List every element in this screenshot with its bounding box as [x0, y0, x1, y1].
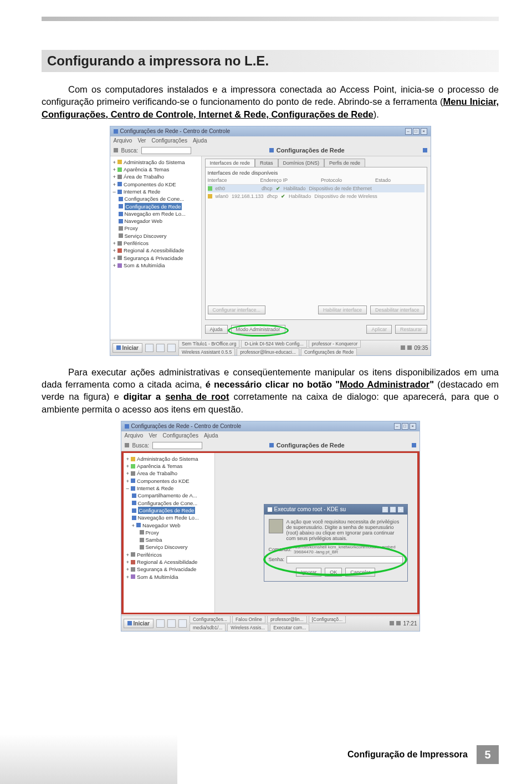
disable-iface-button[interactable]: Desabilitar interface [370, 306, 424, 314]
tree-item-selected[interactable]: Configurações de Rede [112, 203, 200, 210]
tree-item[interactable]: + Administração do Sistema [112, 159, 200, 166]
start-button[interactable]: Iniciar [124, 619, 154, 628]
tree-item[interactable]: + Regional & Acessibilidade [125, 558, 213, 566]
tree-item[interactable]: + Navegador Web [125, 522, 213, 529]
tree-item[interactable]: Navegação em Rede Lo... [112, 210, 200, 217]
info-icon[interactable] [412, 443, 416, 447]
minimize-icon[interactable]: – [405, 128, 412, 135]
close-icon[interactable]: × [397, 506, 404, 513]
tree-item[interactable]: + Componentes do KDE [112, 181, 200, 188]
tray-icon[interactable] [178, 619, 187, 628]
menubar: Arquivo Ver Configurações Ajuda [110, 136, 431, 145]
close-icon[interactable]: × [421, 128, 427, 135]
volume-icon[interactable] [390, 621, 394, 625]
menu-item[interactable]: Ver [137, 138, 146, 144]
task-item[interactable]: Wireless Assistant 0.5.5 [178, 348, 235, 356]
tree-item[interactable]: Configurações de Cone... [112, 195, 200, 202]
interface-row[interactable]: wlan0 192.168.1.133 dhcp ✔ Habilitado Di… [208, 192, 424, 200]
tray-icon[interactable] [167, 619, 176, 628]
tree-item[interactable]: Navegação em Rede Lo... [125, 514, 213, 521]
right-panel: Interfaces de rede Rotas Domínios (DNS) … [202, 156, 431, 339]
tree-item[interactable]: – Internet & Rede [125, 485, 213, 492]
menu-item[interactable]: Ajuda [204, 432, 218, 439]
config-iface-button[interactable]: Configurar interface... [208, 306, 266, 314]
tree-item[interactable]: Configurações de Cone... [125, 500, 213, 507]
task-item[interactable]: Sem Título1 - BrOffice.org [178, 340, 239, 348]
tab-profiles[interactable]: Perfis de rede [324, 159, 365, 167]
enable-iface-button[interactable]: Habilitar interface [318, 306, 367, 314]
tree-item[interactable]: Navegador Web [112, 217, 200, 225]
task-item[interactable]: D-Link DI-524 Web Config... [241, 340, 306, 348]
maximize-icon[interactable]: □ [413, 128, 420, 135]
task-item[interactable]: professor - Konqueror [309, 340, 361, 348]
tree-item[interactable]: + Segurança & Privacidade [125, 566, 213, 573]
tree-item[interactable]: Samba [125, 536, 213, 543]
menu-item[interactable]: Arquivo [114, 138, 132, 144]
search-icon [125, 443, 129, 447]
minimize-icon[interactable]: – [394, 423, 401, 430]
tray-icon[interactable] [156, 619, 165, 628]
tray-icon[interactable] [156, 344, 165, 352]
tree-item[interactable]: Serviço Discovery [125, 543, 213, 551]
tree-item[interactable]: – Internet & Rede [112, 188, 200, 195]
tree-item[interactable]: + Aparência & Temas [112, 166, 200, 173]
tree-item[interactable]: Serviço Discovery [112, 232, 200, 240]
interface-row[interactable]: eth0 dhcp ✔ Habilitado Dispositivo de re… [208, 185, 424, 192]
menu-item[interactable]: Ajuda [193, 138, 207, 144]
tray-icon[interactable] [145, 344, 154, 352]
maximize-icon[interactable]: □ [390, 506, 396, 513]
tree-item[interactable]: Proxy [125, 529, 213, 536]
tab-dns[interactable]: Domínios (DNS) [278, 159, 325, 167]
search-input[interactable] [152, 442, 202, 449]
task-item[interactable]: Configurações... [190, 615, 231, 623]
apply-button[interactable]: Aplicar [366, 325, 392, 334]
menu-item[interactable]: Configurações [162, 432, 198, 439]
close-icon[interactable]: × [410, 423, 416, 430]
tray-icon[interactable] [167, 344, 176, 352]
tree-item[interactable]: + Segurança & Privacidade [112, 254, 200, 262]
minimize-icon[interactable]: – [382, 506, 388, 513]
highlight-oval [263, 543, 407, 576]
tray-icon[interactable] [407, 345, 412, 350]
info-icon[interactable] [423, 148, 427, 152]
restore-button[interactable]: Restaurar [395, 325, 427, 334]
task-item[interactable]: Executar com... [270, 624, 309, 632]
task-item[interactable]: Falou Online [232, 615, 265, 623]
second-paragraph: Para executar ações administrativas e co… [42, 366, 499, 415]
search-input[interactable] [141, 147, 191, 154]
task-item[interactable]: Wireless Assis... [227, 624, 268, 632]
start-button[interactable]: Iniciar [112, 343, 142, 353]
task-item[interactable]: professor@linux-educaci... [237, 348, 299, 356]
menu-item[interactable]: Arquivo [125, 432, 144, 439]
tree-item[interactable]: + Administração do Sistema [125, 455, 213, 462]
maximize-icon[interactable]: □ [402, 423, 408, 430]
tab-interfaces[interactable]: Interfaces de rede [205, 159, 255, 167]
tree-item[interactable]: Compartilhamento de A... [125, 492, 213, 499]
search-toolbar: Busca: Configurações de Rede [110, 145, 431, 156]
task-item[interactable]: Configurações de Rede [301, 348, 357, 356]
task-item[interactable]: [Configuraçõ... [309, 615, 346, 623]
tree-item[interactable]: + Área de Trabalho [125, 470, 213, 477]
menu-item[interactable]: Ver [149, 432, 157, 439]
tree-item-selected[interactable]: Configurações de Rede [125, 507, 213, 514]
help-button[interactable]: Ajuda [205, 325, 228, 334]
panel-icon [269, 443, 274, 447]
tab-routes[interactable]: Rotas [255, 159, 278, 167]
tree-item[interactable]: + Som & Multimídia [112, 262, 200, 269]
tree-item[interactable]: + Área de Trabalho [112, 173, 200, 180]
tree-item[interactable]: + Periféricos [125, 551, 213, 558]
tree-item[interactable]: + Componentes do KDE [125, 477, 213, 485]
tree-item[interactable]: Proxy [112, 225, 200, 232]
tree-item[interactable]: + Som & Multimídia [125, 573, 213, 581]
menu-item[interactable]: Configurações [151, 138, 187, 144]
p2-modo: Modo Administrador [340, 379, 429, 389]
volume-icon[interactable] [401, 345, 405, 350]
tray-icon[interactable] [396, 621, 401, 625]
tree-item[interactable]: + Periféricos [112, 240, 200, 247]
tree-item[interactable]: + Regional & Acessibilidade [112, 247, 200, 254]
task-item[interactable]: professor@lin... [267, 615, 307, 623]
task-item[interactable]: media/sdb1/... [190, 624, 226, 632]
taskbar: Iniciar Configurações... Falou Online pr… [121, 615, 420, 631]
sidebar-tree: + Administração do Sistema + Aparência &… [124, 453, 215, 613]
tree-item[interactable]: + Aparência & Temas [125, 462, 213, 470]
